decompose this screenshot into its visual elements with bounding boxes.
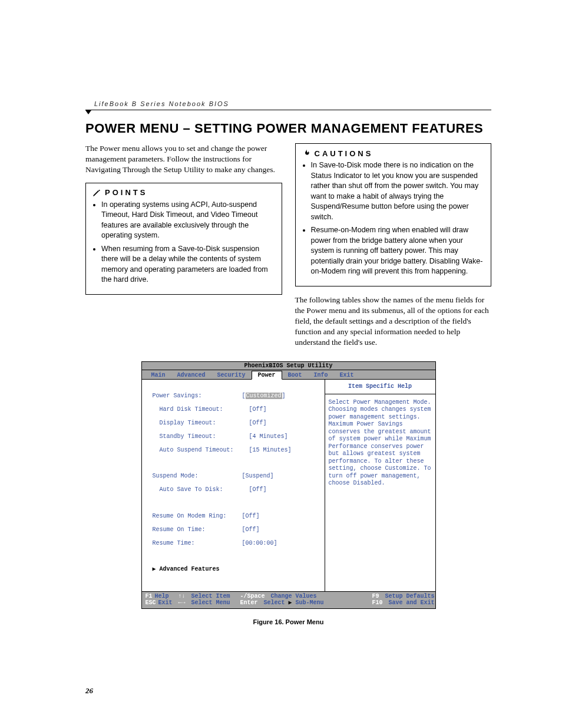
flame-icon <box>302 149 311 158</box>
field-value: [4 Minutes] <box>249 433 288 440</box>
tab-exit[interactable]: Exit <box>334 371 360 380</box>
field-power-savings[interactable]: Power Savings:[Customized] <box>153 393 320 400</box>
intro-paragraph: The Power menu allows you to set and cha… <box>85 143 282 176</box>
field-label: Display Timeout: <box>153 420 249 427</box>
field-value: [Off] <box>242 513 260 520</box>
page-number: 26 <box>85 686 93 696</box>
cautions-box: CAUTIONS In Save-to-Disk mode there is n… <box>295 143 492 286</box>
field-label: Auto Save To Disk: <box>153 486 249 493</box>
field-hard-disk-timeout[interactable]: Hard Disk Timeout:[Off] <box>153 406 320 413</box>
points-label: POINTS <box>105 188 147 197</box>
cautions-item: In Save-to-Disk mode there is no indicat… <box>311 160 485 222</box>
field-auto-save-to-disk[interactable]: Auto Save To Disk:[Off] <box>153 486 320 493</box>
field-label: Power Savings: <box>153 393 242 400</box>
field-value: [Off] <box>249 406 267 413</box>
field-resume-on-time[interactable]: Resume On Time:[Off] <box>153 526 320 533</box>
hint-select-submenu: Enter Select ▶ Sub-Menu <box>240 599 343 607</box>
points-box: POINTS In operating systems using ACPI, … <box>85 183 282 295</box>
cautions-header: CAUTIONS <box>302 149 485 158</box>
hint-select-item: ↑↓ Select Item <box>178 593 240 600</box>
right-column: CAUTIONS In Save-to-Disk mode there is n… <box>295 143 492 348</box>
figure-caption: Figure 16. Power Menu <box>85 618 491 625</box>
field-label: Resume On Modem Ring: <box>153 513 242 520</box>
bios-help-pane: Item Specific Help Select Power Manageme… <box>325 380 435 591</box>
field-label: Auto Suspend Timeout: <box>153 447 249 454</box>
field-standby-timeout[interactable]: Standby Timeout:[4 Minutes] <box>153 433 320 440</box>
header-rule <box>85 110 491 110</box>
field-label: Standby Timeout: <box>153 433 249 440</box>
bios-footer: F1Help ↑↓ Select Item -/Space Change Val… <box>142 591 435 608</box>
field-value: [Off] <box>249 420 267 427</box>
field-resume-on-modem-ring[interactable]: Resume On Modem Ring:[Off] <box>153 513 320 520</box>
tab-security[interactable]: Security <box>211 371 252 380</box>
points-header: POINTS <box>92 188 276 197</box>
tab-advanced[interactable]: Advanced <box>171 371 211 380</box>
field-display-timeout[interactable]: Display Timeout:[Off] <box>153 420 320 427</box>
tab-power[interactable]: Power <box>252 371 282 380</box>
tab-main[interactable]: Main <box>146 371 171 380</box>
field-value: [Off] <box>249 486 267 493</box>
header-tick-icon <box>85 110 91 114</box>
submenu-advanced-features[interactable]: ▶ Advanced Features <box>153 566 320 573</box>
points-item: When resuming from a Save-to-Disk suspen… <box>101 244 276 285</box>
bios-screen: PhoenixBIOS Setup Utility Main Advanced … <box>141 361 436 609</box>
field-label: Hard Disk Timeout: <box>153 406 249 413</box>
cautions-list: In Save-to-Disk mode there is no indicat… <box>302 160 485 277</box>
bios-title: PhoenixBIOS Setup Utility <box>142 362 435 371</box>
two-column-layout: The Power menu allows you to set and cha… <box>85 143 491 348</box>
hint-help: F1Help <box>146 593 178 600</box>
bios-tab-bar: Main Advanced Security Power Boot Info E… <box>142 370 435 380</box>
tab-boot[interactable]: Boot <box>282 371 308 380</box>
field-value: [00:00:00] <box>242 540 277 547</box>
triangle-right-icon: ▶ <box>289 599 292 606</box>
cautions-label: CAUTIONS <box>315 149 373 158</box>
page: LifeBook B Series Notebook BIOS POWER ME… <box>0 0 562 728</box>
pencil-icon <box>92 188 101 197</box>
field-value: [Suspend] <box>242 473 274 480</box>
field-auto-suspend-timeout[interactable]: Auto Suspend Timeout:[15 Minutes] <box>153 447 320 454</box>
left-column: The Power menu allows you to set and cha… <box>85 143 282 348</box>
field-suspend-mode[interactable]: Suspend Mode:[Suspend] <box>153 473 320 480</box>
bios-figure: PhoenixBIOS Setup Utility Main Advanced … <box>85 361 491 609</box>
triangle-right-icon: ▶ <box>153 566 160 573</box>
field-value: [Customized] <box>242 393 286 400</box>
hint-setup-defaults: F9 Setup Defaults <box>343 593 435 600</box>
hint-save-exit: F10 Save and Exit <box>343 599 435 607</box>
page-title: POWER MENU – SETTING POWER MANAGEMENT FE… <box>85 121 491 136</box>
field-resume-time[interactable]: Resume Time:[00:00:00] <box>153 540 320 547</box>
right-intro-paragraph: The following tables show the names of t… <box>295 295 492 348</box>
field-value: [15 Minutes] <box>249 447 292 454</box>
field-label: Suspend Mode: <box>153 473 242 480</box>
field-label: Resume Time: <box>153 540 242 547</box>
help-title: Item Specific Help <box>325 383 435 394</box>
tab-info[interactable]: Info <box>308 371 334 380</box>
bios-body: Power Savings:[Customized] Hard Disk Tim… <box>142 380 435 591</box>
hint-change-values: -/Space Change Values <box>240 593 343 600</box>
points-list: In operating systems using ACPI, Auto-su… <box>92 200 276 285</box>
field-value: [Off] <box>242 526 260 533</box>
help-body: Select Power Management Mode. Choosing m… <box>329 399 432 487</box>
hint-select-menu: ←→ Select Menu <box>178 599 240 607</box>
submenu-label: Advanced Features <box>160 566 220 573</box>
bios-fields-pane: Power Savings:[Customized] Hard Disk Tim… <box>142 380 325 591</box>
hint-exit: ESCExit <box>146 599 178 607</box>
field-label: Resume On Time: <box>153 526 242 533</box>
points-item: In operating systems using ACPI, Auto-su… <box>101 200 276 241</box>
cautions-item: Resume-on-Modem ring when enabled will d… <box>311 225 485 277</box>
running-header: LifeBook B Series Notebook BIOS <box>94 100 491 107</box>
